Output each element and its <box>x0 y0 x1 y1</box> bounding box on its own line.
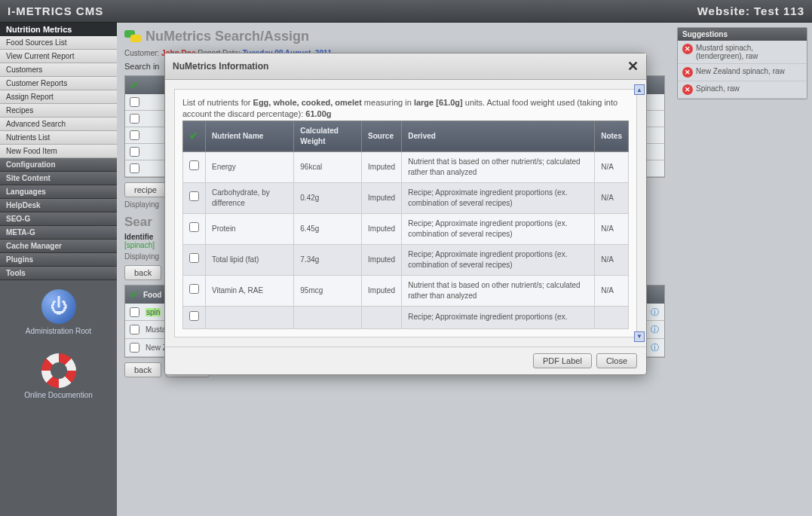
admin-root-label: Administration Root <box>0 327 117 335</box>
lifesaver-icon <box>41 353 76 388</box>
row-checkbox[interactable] <box>189 222 199 232</box>
sidebar-item[interactable]: Recipes <box>0 104 117 118</box>
col-header: Notes <box>595 121 629 151</box>
info-icon[interactable]: ⓘ <box>649 307 660 317</box>
row-checkbox[interactable] <box>130 343 139 353</box>
check-icon: ✔ <box>130 289 139 301</box>
suggestion-item[interactable]: ✕Mustard spinach, (tendergreen), raw <box>678 41 807 64</box>
online-doc-block[interactable]: Online Documention <box>0 344 117 408</box>
info-icon[interactable]: ⓘ <box>649 325 660 335</box>
sidebar-item[interactable]: Tools <box>0 267 117 280</box>
col-header: Derived <box>402 121 595 151</box>
sidebar-item[interactable]: Site Content <box>0 172 117 185</box>
sidebar-item[interactable]: HelpDesk <box>0 199 117 212</box>
nutrient-row: Protein6.45gImputedRecipe; Approximate i… <box>183 213 629 244</box>
suggestion-item[interactable]: ✕New Zealand spinach, raw <box>678 64 807 81</box>
source: Imputed <box>362 151 402 182</box>
row-checkbox[interactable] <box>130 307 139 317</box>
calc-weight: 0.42g <box>294 182 362 213</box>
online-doc-label: Online Documention <box>0 391 117 399</box>
website-label: Website: Test 113 <box>697 5 804 17</box>
sidebar-item[interactable]: Customers <box>0 63 117 77</box>
page-title: NuMetrics Search/Assign <box>124 29 665 44</box>
nutrient-row: Energy96kcalImputedNutrient that is base… <box>183 151 629 182</box>
nutrient-name: Total lipid (fat) <box>206 244 294 275</box>
sidebar-left: Nutrition Metrics Food Sources ListView … <box>0 23 117 516</box>
sidebar-item[interactable]: Advanced Search <box>0 118 117 131</box>
derived: Recipe; Approximate ingredient proportio… <box>402 213 595 244</box>
source: Imputed <box>362 213 402 244</box>
sidebar-item[interactable]: Languages <box>0 185 117 199</box>
calc-weight: 96kcal <box>294 151 362 182</box>
check-icon: ✔ <box>189 130 198 142</box>
sidebar-item[interactable]: New Food Item <box>0 145 117 158</box>
nutrient-row: Carbohydrate, by difference0.42gImputedR… <box>183 182 629 213</box>
notes: N/A <box>595 213 629 244</box>
sidebar-item[interactable]: Cache Manager <box>0 240 117 253</box>
pdf-label-button[interactable]: PDF Label <box>533 353 592 368</box>
sidebar-item[interactable]: View Current Report <box>0 50 117 63</box>
row-checkbox[interactable] <box>189 284 199 294</box>
derived: Recipe; Approximate ingredient proportio… <box>402 306 595 328</box>
modal-footer: PDF Label Close <box>165 347 646 374</box>
source: Imputed <box>362 182 402 213</box>
row-checkbox[interactable] <box>189 253 199 263</box>
remove-icon[interactable]: ✕ <box>682 67 693 78</box>
row-checkbox[interactable] <box>189 160 199 170</box>
scroll-down-icon[interactable]: ▼ <box>634 331 645 342</box>
back-button[interactable]: back <box>124 265 161 280</box>
derived: Recipe; Approximate ingredient proportio… <box>402 182 595 213</box>
nutrient-name: Carbohydrate, by difference <box>206 182 294 213</box>
row-checkbox[interactable] <box>130 130 139 140</box>
nav-section-title: Nutrition Metrics <box>0 23 117 36</box>
sidebar-item[interactable]: Plugins <box>0 253 117 267</box>
sidebar-item[interactable]: Assign Report <box>0 90 117 104</box>
recipe-button[interactable]: recipe <box>124 182 167 197</box>
modal-titlebar: NuMetrics Information ✕ <box>165 53 646 80</box>
numetrics-modal: NuMetrics Information ✕ List of nutrient… <box>164 53 647 375</box>
brand-title: I-METRICS CMS <box>8 5 103 17</box>
scroll-up-icon[interactable]: ▲ <box>634 84 645 95</box>
col-header: Source <box>362 121 402 151</box>
row-checkbox[interactable] <box>130 114 139 124</box>
calc-weight <box>294 306 362 328</box>
sidebar-item[interactable]: Nutrients List <box>0 131 117 145</box>
row-checkbox[interactable] <box>130 97 139 107</box>
row-checkbox[interactable] <box>130 325 139 334</box>
close-button[interactable]: Close <box>596 353 637 368</box>
calc-weight: 95mcg <box>294 275 362 306</box>
admin-root-block[interactable]: Administration Root <box>0 280 117 344</box>
remove-icon[interactable]: ✕ <box>682 84 693 95</box>
modal-title-text: NuMetrics Information <box>173 61 268 72</box>
col-header: Calculated Weight <box>294 121 362 151</box>
remove-icon[interactable]: ✕ <box>682 44 693 54</box>
back-button-2[interactable]: back <box>124 362 161 377</box>
derived: Recipe; Approximate ingredient proportio… <box>402 244 595 275</box>
nutrient-table: ✔Nutrient NameCalculated WeightSourceDer… <box>182 121 629 329</box>
nutrient-row: Recipe; Approximate ingredient proportio… <box>183 306 629 328</box>
row-checkbox[interactable] <box>189 311 199 321</box>
info-icon[interactable]: ⓘ <box>649 343 660 353</box>
notes: N/A <box>595 244 629 275</box>
close-icon[interactable]: ✕ <box>627 58 639 75</box>
sidebar-item[interactable]: META-G <box>0 226 117 240</box>
sidebar-item[interactable]: Customer Reports <box>0 77 117 90</box>
power-icon <box>41 289 76 324</box>
modal-body: List of nutrients for Egg, whole, cooked… <box>165 80 646 347</box>
sidebar-item[interactable]: SEO-G <box>0 212 117 226</box>
chat-bubble-icon <box>124 30 141 44</box>
sidebar-item[interactable]: Food Sources List <box>0 36 117 50</box>
row-checkbox[interactable] <box>130 147 139 157</box>
app-header: I-METRICS CMS Website: Test 113 <box>0 0 812 23</box>
source <box>362 306 402 328</box>
source: Imputed <box>362 275 402 306</box>
calc-weight: 6.45g <box>294 213 362 244</box>
notes <box>595 306 629 328</box>
row-checkbox[interactable] <box>189 191 199 201</box>
sidebar-item[interactable]: Configuration <box>0 158 117 172</box>
row-checkbox[interactable] <box>130 163 139 173</box>
nutrient-name <box>206 306 294 328</box>
col-header: Nutrient Name <box>206 121 294 151</box>
suggestions-panel: Suggestions ✕Mustard spinach, (tendergre… <box>677 27 807 99</box>
suggestion-item[interactable]: ✕Spinach, raw <box>678 81 807 99</box>
